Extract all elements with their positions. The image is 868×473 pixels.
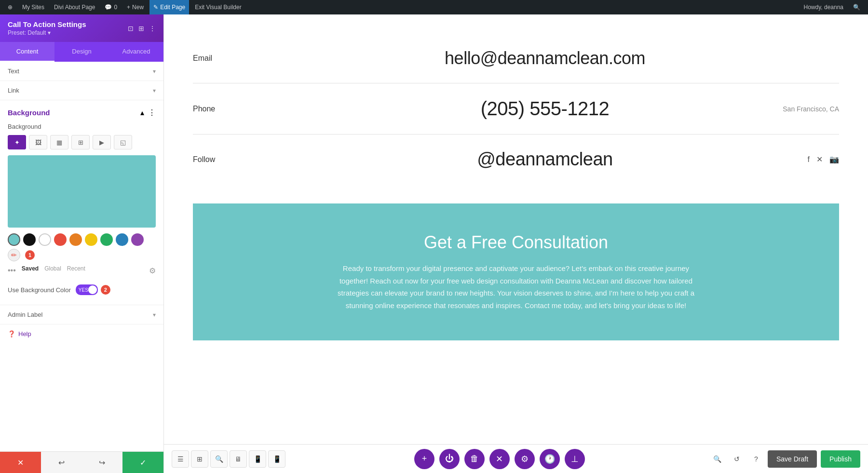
email-value: hello@deannamclean.com (251, 48, 839, 68)
link-label: Link (8, 87, 19, 94)
color-tab-saved[interactable]: Saved (22, 265, 39, 272)
link-chevron: ▾ (153, 87, 156, 94)
instagram-icon[interactable]: 📷 (829, 155, 839, 164)
new-button[interactable]: + New (123, 0, 148, 14)
panel-header-icons: ⊡ ⊞ ⋮ (128, 25, 156, 32)
redo-button[interactable]: ↪ (82, 452, 123, 473)
tab-content[interactable]: Content (0, 42, 54, 62)
toolbar-search-btn[interactable]: 🔍 (210, 450, 228, 468)
swatch-pen[interactable]: ✏ (8, 249, 20, 261)
background-collapse-icon[interactable]: ▴ (140, 108, 144, 117)
color-tab-recent[interactable]: Recent (67, 265, 85, 272)
comments-link[interactable]: 💬 0 (101, 0, 121, 14)
phone-value: (205) 555-1212 (251, 98, 839, 120)
toolbar-power-btn[interactable]: ⏻ (439, 449, 460, 469)
panel-header: Call To Action Settings Preset: Default … (0, 14, 163, 42)
panel-subtitle: Preset: Default ▾ (8, 29, 86, 36)
follow-label: Follow (193, 155, 251, 164)
toggle-yes-label: YES (79, 287, 88, 293)
close-button[interactable]: ✕ (0, 452, 41, 473)
check-button[interactable]: ✓ (122, 452, 163, 473)
more-icon[interactable]: ⋮ (149, 25, 156, 32)
publish-button[interactable]: Publish (821, 450, 860, 468)
use-bg-color-label: Use Background Color (8, 286, 71, 294)
toolbar-delete-btn[interactable]: 🗑 (464, 449, 485, 469)
toolbar-desktop-btn[interactable]: 🖥 (230, 450, 247, 468)
bg-sub-label: Background (8, 123, 156, 130)
swatch-orange[interactable] (69, 233, 82, 246)
toggle-container: YES 2 (76, 284, 110, 295)
toolbar-zoom-btn[interactable]: 🔍 (710, 451, 725, 467)
undo-button[interactable]: ↩ (41, 452, 82, 473)
background-header: Background ▴ ⋮ (8, 108, 156, 117)
toolbar-help-btn[interactable]: ? (748, 451, 764, 467)
exit-visual-builder[interactable]: Exit Visual Builder (191, 0, 245, 14)
follow-value: @deannamclean (251, 149, 839, 170)
facebook-icon[interactable]: f (808, 155, 810, 164)
fullscreen-icon[interactable]: ⊡ (128, 25, 134, 32)
wp-admin-bar: ⊕ My Sites Divi About Page 💬 0 + New ✎ E… (0, 0, 868, 14)
tab-design[interactable]: Design (54, 42, 109, 62)
bottom-toolbar: ☰ ⊞ 🔍 🖥 📱 📱 + ⏻ 🗑 ✕ ⚙ 🕐 ⊥ 🔍 ↺ (164, 444, 868, 473)
swatch-purple[interactable] (131, 233, 144, 246)
bg-type-video[interactable]: ▶ (93, 135, 111, 149)
help-text: Help (18, 330, 31, 338)
edit-page-button[interactable]: ✎ Edit Page (149, 0, 189, 14)
twitter-x-icon[interactable]: ✕ (816, 155, 823, 164)
panel-footer: ✕ ↩ ↪ ✓ (0, 451, 163, 473)
toggle-knob (88, 285, 97, 294)
color-swatches: ✏ 1 (8, 233, 156, 261)
social-icons: f ✕ 📷 (808, 155, 839, 164)
save-draft-button[interactable]: Save Draft (768, 450, 817, 468)
bg-type-pattern[interactable]: ⊞ (71, 135, 90, 149)
admin-label-text: Admin Label (8, 311, 42, 318)
bg-type-mask[interactable]: ◱ (114, 135, 132, 149)
settings-panel: Call To Action Settings Preset: Default … (0, 14, 164, 473)
swatch-yellow[interactable] (85, 233, 97, 246)
divi-about[interactable]: Divi About Page (50, 0, 99, 14)
use-bg-color-toggle[interactable]: YES (76, 284, 98, 295)
toolbar-mobile-btn[interactable]: 📱 (268, 450, 285, 468)
color-tab-global[interactable]: Global (44, 265, 61, 272)
toolbar-grid-btn[interactable]: ⊞ (191, 450, 208, 468)
wp-logo[interactable]: ⊕ (4, 0, 16, 14)
tab-advanced[interactable]: Advanced (109, 42, 163, 62)
cta-text: Ready to transform your digital presence… (328, 262, 704, 311)
my-sites[interactable]: My Sites (18, 0, 48, 14)
swatch-red[interactable] (54, 233, 67, 246)
link-section[interactable]: Link ▾ (0, 81, 163, 100)
admin-label-chevron: ▾ (153, 311, 156, 318)
toolbar-menu-btn[interactable]: ☰ (172, 450, 189, 468)
toolbar-add-btn[interactable]: + (414, 449, 434, 469)
swatch-teal[interactable] (8, 233, 20, 246)
toolbar-settings-btn[interactable]: ⚙ (515, 449, 535, 469)
admin-label-section[interactable]: Admin Label ▾ (0, 305, 163, 324)
swatch-blue[interactable] (116, 233, 128, 246)
email-row: Email hello@deannamclean.com (193, 34, 839, 83)
phone-meta: San Francisco, CA (783, 105, 839, 113)
howdy-text: Howdy, deanna (800, 4, 848, 11)
more-colors-btn[interactable]: ••• (8, 266, 16, 275)
color-settings-icon[interactable]: ⚙ (149, 266, 156, 275)
cta-banner: Get a Free Consultation Ready to transfo… (193, 203, 839, 340)
toolbar-layout-btn[interactable]: ⊥ (565, 449, 585, 469)
background-header-icons: ▴ ⋮ (140, 108, 156, 117)
swatch-green[interactable] (100, 233, 113, 246)
toolbar-tablet-btn[interactable]: 📱 (249, 450, 266, 468)
bg-type-gradient[interactable]: ▦ (50, 135, 68, 149)
layout-icon[interactable]: ⊞ (138, 25, 144, 32)
bg-type-image[interactable]: 🖼 (29, 135, 47, 149)
background-settings-icon[interactable]: ⋮ (148, 108, 156, 117)
toolbar-refresh-btn[interactable]: ↺ (729, 451, 745, 467)
bg-type-solid[interactable]: ✦ (8, 135, 26, 149)
toolbar-close-btn[interactable]: ✕ (489, 449, 510, 469)
search-icon[interactable]: 🔍 (849, 0, 864, 14)
comment-icon: 💬 (105, 4, 112, 11)
color-preview[interactable] (8, 155, 156, 228)
help-row[interactable]: ❓ Help (0, 324, 163, 343)
toolbar-history-btn[interactable]: 🕐 (540, 449, 560, 469)
edit-icon: ✎ (153, 4, 158, 11)
text-section[interactable]: Text ▾ (0, 62, 163, 81)
swatch-black[interactable] (23, 233, 36, 246)
swatch-white[interactable] (39, 233, 51, 246)
